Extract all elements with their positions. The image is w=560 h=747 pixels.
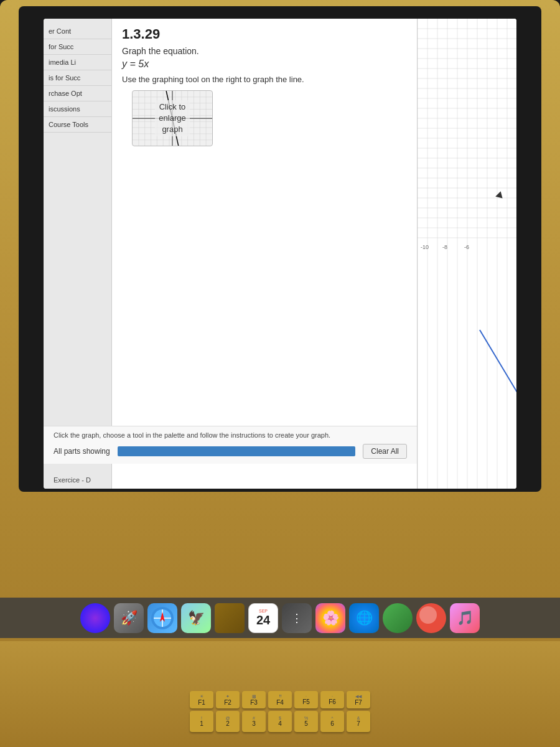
key-percent-main: 5 bbox=[304, 720, 308, 727]
key-caret-main: 6 bbox=[330, 720, 334, 727]
key-excl[interactable]: ! 1 bbox=[190, 711, 213, 732]
key-percent-top: % bbox=[304, 716, 308, 720]
svg-text:-10: -10 bbox=[421, 244, 429, 250]
key-f2-icon: ✦ bbox=[226, 694, 230, 699]
key-f3[interactable]: ▩ F3 bbox=[242, 691, 266, 708]
dock-item-more[interactable]: ⋮ bbox=[282, 603, 312, 633]
problem-instruction: Graph the equation. bbox=[122, 46, 407, 56]
key-f3-icon: ▩ bbox=[252, 694, 256, 699]
sidebar-item-for-succ[interactable]: for Succ bbox=[44, 39, 111, 55]
svg-text:-8: -8 bbox=[442, 244, 447, 250]
dock-item-music[interactable]: 🎵 bbox=[450, 603, 480, 633]
key-f4[interactable]: ⠿ F4 bbox=[268, 691, 292, 708]
problem-header: 1.3.29 Graph the equation. y = 5x Use th… bbox=[112, 19, 417, 150]
key-amp-main: 7 bbox=[357, 720, 360, 727]
key-f6[interactable]: · F6 bbox=[320, 691, 344, 708]
key-hash[interactable]: # 3 bbox=[242, 711, 266, 732]
key-f5[interactable]: · F5 bbox=[294, 691, 318, 708]
key-f2-label: F2 bbox=[224, 699, 231, 706]
key-at-main: 2 bbox=[226, 720, 230, 727]
keyboard-area: ☀ F1 ✦ F2 ▩ F3 ⠿ F4 · F5 · F6 bbox=[0, 641, 560, 747]
spacer bbox=[112, 150, 417, 187]
fn-key-row: ☀ F1 ✦ F2 ▩ F3 ⠿ F4 · F5 · F6 bbox=[190, 691, 370, 708]
key-f4-icon: ⠿ bbox=[279, 694, 282, 699]
key-f5-label: F5 bbox=[302, 698, 310, 705]
graph-thumb-line1: Click to bbox=[159, 102, 186, 111]
key-f6-icon: · bbox=[332, 694, 333, 698]
sidebar-item-er-cont[interactable]: er Cont bbox=[44, 24, 111, 39]
dock-item-folder[interactable] bbox=[215, 603, 245, 633]
dock-item-siri[interactable] bbox=[80, 603, 110, 633]
main-content: 1.3.29 Graph the equation. y = 5x Use th… bbox=[112, 19, 417, 489]
screen: er Cont for Succ imedia Li is for Succ r… bbox=[44, 19, 516, 489]
dock-item-do-not-disturb[interactable] bbox=[416, 603, 446, 633]
problem-number: 1.3.29 bbox=[122, 26, 407, 42]
sidebar-item-iscussions[interactable]: iscussions bbox=[44, 101, 111, 117]
dock-item-earth[interactable]: 🌐 bbox=[349, 603, 379, 633]
equation-line: y = 5x bbox=[122, 59, 407, 70]
key-excl-main: 1 bbox=[200, 720, 203, 727]
graph-thumbnail-button[interactable]: Click to enlarge graph bbox=[132, 90, 213, 146]
sidebar: er Cont for Succ imedia Li is for Succ r… bbox=[44, 19, 112, 489]
key-caret[interactable]: ^ 6 bbox=[320, 711, 344, 732]
key-dollar[interactable]: $ 4 bbox=[268, 711, 292, 732]
dock-item-launchpad[interactable]: 🚀 bbox=[114, 603, 144, 633]
key-at[interactable]: @ 2 bbox=[216, 711, 240, 732]
clear-all-button[interactable]: Clear All bbox=[363, 444, 407, 459]
sidebar-item-imedia-li[interactable]: imedia Li bbox=[44, 55, 111, 70]
laptop-outer: er Cont for Succ imedia Li is for Succ r… bbox=[0, 0, 560, 747]
dock-item-calendar[interactable]: SEP 24 bbox=[248, 603, 278, 633]
key-hash-top: # bbox=[253, 716, 255, 720]
key-ampersand[interactable]: & 7 bbox=[347, 711, 370, 732]
bottom-area: Click the graph, choose a tool in the pa… bbox=[112, 426, 417, 464]
key-f2[interactable]: ✦ F2 bbox=[216, 691, 240, 708]
dock: 🚀 🦅 SEP 24 ⋮ 🌸 🌐 bbox=[0, 598, 560, 638]
key-f5-icon: · bbox=[306, 694, 307, 698]
calendar-month: SEP bbox=[259, 609, 268, 613]
key-f7-label: F7 bbox=[355, 699, 362, 706]
key-f3-label: F3 bbox=[250, 699, 258, 706]
graph-thumbnail-text: Click to enlarge graph bbox=[155, 100, 189, 137]
main-graph-svg[interactable]: -10 -8 -6 bbox=[418, 19, 516, 489]
progress-row: All parts showing Clear All bbox=[112, 444, 407, 459]
key-f6-label: F6 bbox=[329, 698, 336, 705]
bottom-instruction: Click the graph, choose a tool in the pa… bbox=[112, 431, 407, 439]
graph-thumb-line2: enlarge bbox=[159, 113, 185, 123]
sidebar-item-rchase-opt[interactable]: rchase Opt bbox=[44, 86, 111, 101]
key-amp-top: & bbox=[357, 716, 360, 720]
dock-item-photos[interactable]: 🌸 bbox=[315, 603, 345, 633]
key-f7[interactable]: ◀◀ F7 bbox=[347, 691, 370, 708]
sidebar-item-course-tools[interactable]: Course Tools bbox=[44, 117, 111, 133]
graph-thumb-line3: graph bbox=[162, 125, 182, 134]
key-f4-label: F4 bbox=[276, 699, 284, 706]
key-percent[interactable]: % 5 bbox=[294, 711, 318, 732]
screen-bezel: er Cont for Succ imedia Li is for Succ r… bbox=[19, 6, 541, 492]
sidebar-item-is-for-succ[interactable]: is for Succ bbox=[44, 70, 111, 86]
graph-panel: -10 -8 -6 bbox=[417, 19, 516, 489]
key-f1-label: F1 bbox=[198, 699, 205, 706]
progress-bar bbox=[118, 446, 356, 456]
key-f1[interactable]: ☀ F1 bbox=[190, 691, 213, 708]
dock-item-facetime[interactable] bbox=[383, 603, 413, 633]
key-dollar-main: 4 bbox=[278, 720, 282, 727]
key-hash-main: 3 bbox=[252, 720, 256, 727]
key-excl-top: ! bbox=[201, 716, 202, 720]
use-tool-text: Use the graphing tool on the right to gr… bbox=[122, 75, 407, 84]
key-f7-icon: ◀◀ bbox=[355, 694, 362, 699]
main-panel: 1.3.29 Graph the equation. y = 5x Use th… bbox=[112, 19, 417, 489]
svg-text:-6: -6 bbox=[464, 244, 469, 250]
key-caret-top: ^ bbox=[331, 716, 333, 720]
key-f1-icon: ☀ bbox=[200, 694, 203, 699]
calendar-day: 24 bbox=[256, 613, 270, 627]
key-at-top: @ bbox=[225, 716, 230, 720]
char-key-row: ! 1 @ 2 # 3 $ 4 % 5 ^ 6 bbox=[190, 711, 370, 732]
dock-item-photo[interactable]: 🦅 bbox=[181, 603, 211, 633]
dock-item-safari[interactable] bbox=[147, 603, 177, 633]
svg-rect-23 bbox=[418, 19, 516, 489]
content-area: er Cont for Succ imedia Li is for Succ r… bbox=[44, 19, 516, 489]
key-dollar-top: $ bbox=[279, 716, 281, 720]
